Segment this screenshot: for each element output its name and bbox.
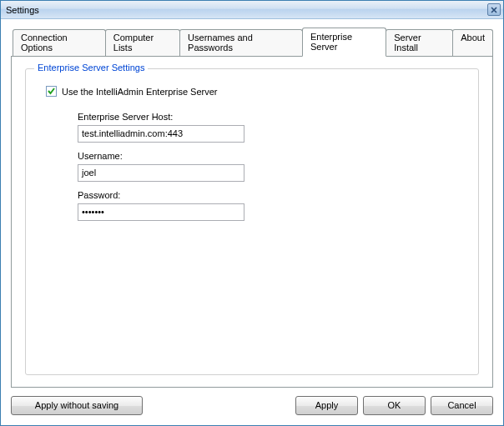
tab-control: Connection Options Computer Lists Userna… (11, 28, 493, 388)
window-title: Settings (1, 5, 39, 15)
password-input[interactable]: ••••••• (78, 203, 244, 221)
groupbox-title: Enterprise Server Settings (34, 63, 148, 73)
tabstrip: Connection Options Computer Lists Userna… (11, 28, 493, 56)
password-label: Password: (78, 190, 253, 200)
tab-connection-options[interactable]: Connection Options (13, 29, 106, 56)
tab-enterprise-server[interactable]: Enterprise Server (302, 28, 386, 57)
host-input[interactable]: test.intelliadmin.com:443 (78, 125, 244, 143)
apply-without-saving-button[interactable]: Apply without saving (11, 396, 143, 415)
username-input[interactable]: joel (78, 164, 244, 182)
settings-window: Settings Connection Options Computer Lis… (0, 0, 504, 426)
tab-computer-lists[interactable]: Computer Lists (105, 29, 180, 56)
use-enterprise-row: Use the IntelliAdmin Enterprise Server (46, 86, 463, 97)
checkmark-icon (47, 87, 56, 96)
close-button[interactable] (487, 3, 501, 16)
cancel-button[interactable]: Cancel (431, 396, 493, 415)
tab-server-install[interactable]: Server Install (386, 29, 453, 56)
button-row: Apply without saving Apply OK Cancel (11, 396, 493, 415)
host-label: Enterprise Server Host: (78, 112, 253, 122)
form-area: Enterprise Server Host: test.intelliadmi… (78, 112, 253, 221)
titlebar: Settings (1, 1, 503, 19)
right-buttons: Apply OK Cancel (295, 396, 493, 415)
close-icon (491, 7, 497, 13)
tab-about[interactable]: About (452, 29, 493, 56)
tab-usernames-passwords[interactable]: Usernames and Passwords (179, 29, 303, 56)
client-area: Connection Options Computer Lists Userna… (1, 19, 503, 425)
username-label: Username: (78, 151, 253, 161)
ok-button[interactable]: OK (363, 396, 426, 415)
enterprise-server-groupbox: Enterprise Server Settings Use the Intel… (25, 68, 479, 375)
apply-button[interactable]: Apply (295, 396, 358, 415)
tabpage-enterprise-server: Enterprise Server Settings Use the Intel… (11, 56, 493, 388)
use-enterprise-checkbox[interactable] (46, 86, 57, 97)
use-enterprise-label: Use the IntelliAdmin Enterprise Server (62, 87, 217, 97)
